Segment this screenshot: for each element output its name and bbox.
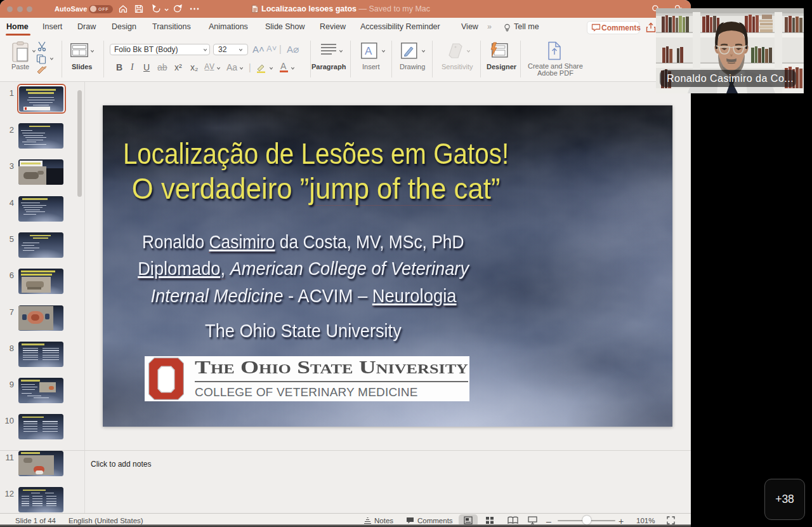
svg-text:A: A [365,45,372,57]
